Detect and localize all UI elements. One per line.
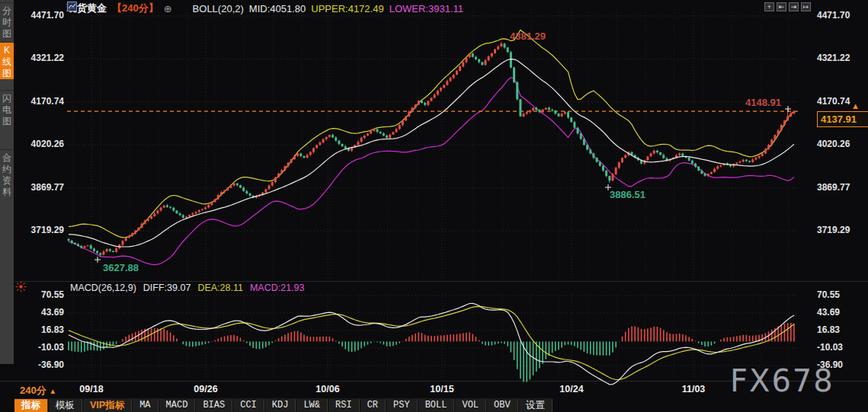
axis-label: 3719.29 [15,225,64,235]
bottom-toolbar: 指标模板VIP指标MAMACDBIASCCIKDJLW&RSICRPSYBOLL… [14,398,553,412]
toolbar-button-OBV[interactable]: OBV [487,399,518,412]
toolbar-button-设置[interactable]: 设置 [519,399,553,412]
toolbar-button-CCI[interactable]: CCI [233,399,264,412]
axis-label: -36.90 [817,359,866,370]
axis-label: 4471.70 [817,10,866,21]
x-axis-date: 09/18 [75,384,108,394]
axis-label: 3869.77 [817,182,866,193]
axis-label: 16.83 [15,324,64,335]
x-axis-date: 10/15 [425,384,459,394]
toolbar-button-BOLL[interactable]: BOLL [418,399,455,412]
macd-hist-value: MACD:21.93 [250,283,305,293]
axis-label: 4471.70 [15,10,64,21]
boll-label: BOLL(20,2) [193,3,244,14]
price-annotation: 3886.51 [610,189,645,200]
axis-label: -10.03 [817,342,866,353]
axis-label: 70.55 [817,289,866,300]
axis-label: 3869.77 [15,182,64,193]
axis-label: 4020.26 [15,139,64,149]
axis-label: 70.55 [15,289,64,300]
axis-label: 4321.22 [15,53,64,63]
add-indicator-icon[interactable]: ⊕ [164,3,172,14]
axis-label: -10.03 [15,342,64,353]
toolbar-button-PSY[interactable]: PSY [386,399,418,412]
price-annotation: 4381.29 [510,30,546,42]
period-selector[interactable]: 240分 ▲ [20,384,56,398]
pan-icon[interactable]: + [764,2,774,11]
toolbar-button-模板[interactable]: 模板 [49,399,82,412]
axis-label: 43.69 [817,307,866,318]
price-annotation: 4148.91 [745,97,781,108]
boll-lower-value: LOWER:3931.11 [389,3,463,14]
toolbar-button-LW&[interactable]: LW& [296,399,328,412]
toolbar-button-MACD[interactable]: MACD [159,399,196,412]
sidebar-tab-3[interactable]: 闪电图 [0,90,14,127]
axis-label: 4321.22 [817,53,866,63]
compress-left-icon[interactable]: ⇤ [777,2,786,11]
macd-params-label: MACD(26,12,9) [70,283,136,293]
axis-label: 16.83 [817,324,866,335]
toolbar-button-VOL[interactable]: VOL [455,399,486,412]
axis-label: 4020.26 [817,139,866,149]
axis-label: 43.69 [15,307,64,318]
last-price-badge: 4137.91 [817,111,868,127]
boll-mid-value: MID:4051.80 [249,3,306,14]
chart-header: 现货黄金 【240分】 ⊕ BOLL(20,2) MID:4051.80 UPP… [67,2,463,15]
axis-label: 4170.74 [817,96,866,107]
x-axis-date: 11/03 [677,384,710,394]
boll-upper-value: UPPER:4172.49 [311,3,383,14]
chart-tool-icons: +⇤⇥↦ [764,2,811,11]
chart-type-icon[interactable] [178,4,187,14]
period-tag: 【240分】 [112,2,159,15]
compress-right-icon[interactable]: ⇥ [789,2,799,11]
toolbar-button-MA[interactable]: MA [133,399,158,412]
sidebar: 分时图K线图闪电图合约资料 [0,0,14,364]
x-axis-date: 09/26 [189,384,223,394]
toolbar-button-RSI[interactable]: RSI [328,399,360,412]
toolbar-button-VIP指标[interactable]: VIP指标 [83,399,132,412]
x-axis-date: 10/06 [311,384,344,394]
toolbar-button-指标[interactable]: 指标 [14,399,48,412]
chart-app: 分时图K线图闪电图合约资料 现货黄金 【240分】 ⊕ BOLL(20,2) M… [0,0,868,412]
macd-diff-value: DIFF:39.07 [143,283,191,293]
sidebar-tab-4[interactable]: 合约资料 [0,149,14,198]
price-annotation: 3627.88 [103,262,139,273]
axis-label: 4170.74 [15,96,64,107]
toolbar-button-KDJ[interactable]: KDJ [265,399,296,412]
x-axis-date: 10/24 [555,384,588,394]
macd-dea-value: DEA:28.11 [197,283,243,293]
macd-header: MACD(26,12,9) DIFF:39.07 DEA:28.11 MACD:… [70,283,304,293]
axis-label: 3719.29 [817,225,866,235]
shift-right-icon[interactable]: ↦ [801,2,811,11]
axis-label: -36.90 [15,359,64,370]
chart-canvas[interactable] [0,0,868,412]
toolbar-button-BIAS[interactable]: BIAS [196,399,232,412]
toolbar-button-CR[interactable]: CR [360,399,386,412]
sidebar-tab-2[interactable]: K线图 [0,42,14,79]
sidebar-tab-1[interactable]: 分时图 [0,2,14,40]
